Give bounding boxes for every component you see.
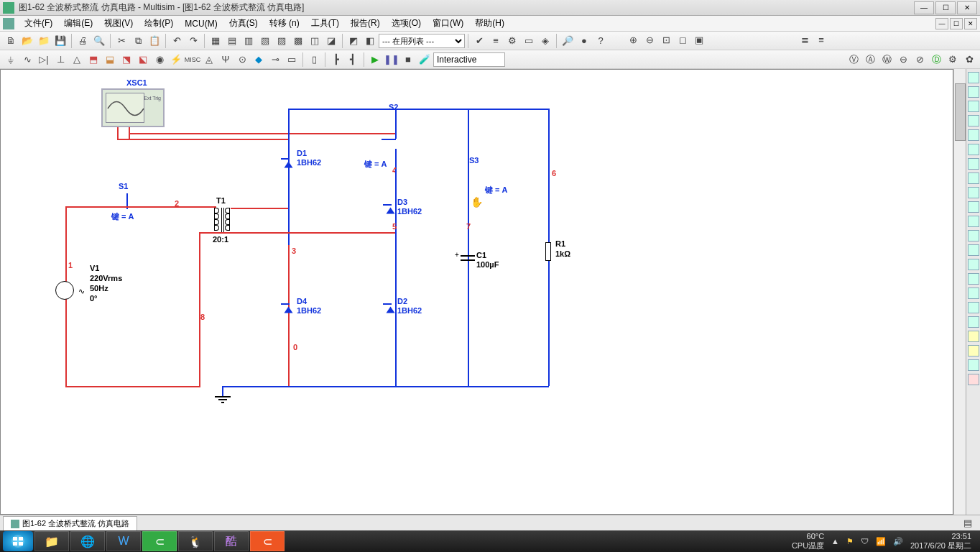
- minimize-button[interactable]: —: [914, 1, 934, 14]
- redo-button[interactable]: ↷: [185, 33, 201, 49]
- mcu-icon[interactable]: ▭: [284, 52, 300, 68]
- back-annotate-button[interactable]: ◫: [307, 33, 323, 49]
- menu-window[interactable]: 窗口(W): [427, 16, 469, 31]
- ie-taskbtn[interactable]: 🌐: [70, 531, 105, 551]
- 4ch-scope-icon[interactable]: [968, 129, 979, 141]
- misc-digital-icon[interactable]: ⬔: [119, 52, 134, 68]
- indicator-icon[interactable]: ◉: [152, 52, 167, 68]
- cmos-icon[interactable]: ⬓: [102, 52, 118, 68]
- agilent-scope-icon[interactable]: [968, 302, 979, 313]
- print-button[interactable]: 🖨: [75, 33, 91, 49]
- menu-view[interactable]: 视图(V): [98, 16, 139, 31]
- component-wizard-button[interactable]: ⚙: [504, 33, 520, 49]
- probe-a-icon[interactable]: Ⓐ: [862, 52, 878, 68]
- resistor-r1[interactable]: [545, 242, 551, 261]
- power-icon[interactable]: ⚡: [168, 52, 184, 68]
- probe-v-icon[interactable]: Ⓥ: [846, 52, 861, 68]
- paste-button[interactable]: 📋: [147, 33, 162, 49]
- agilent-mm-icon[interactable]: [968, 288, 979, 299]
- hierarchy-icon[interactable]: ▯: [306, 52, 322, 68]
- help-button[interactable]: ?: [593, 33, 609, 49]
- labview-2-icon[interactable]: [968, 345, 979, 356]
- source-v1[interactable]: [55, 281, 74, 300]
- goto-button[interactable]: ●: [576, 33, 592, 49]
- analog-icon[interactable]: △: [69, 52, 85, 68]
- explorer-taskbtn[interactable]: 📁: [34, 531, 69, 551]
- probe-red-icon[interactable]: [968, 374, 979, 385]
- menu-tools[interactable]: 工具(T): [305, 16, 345, 31]
- clock-time[interactable]: 23:51: [951, 532, 971, 541]
- probe-options-icon[interactable]: ✿: [961, 52, 977, 68]
- start-button[interactable]: [3, 531, 33, 551]
- menu-transfer[interactable]: 转移 (n): [264, 16, 305, 31]
- layout-2-button[interactable]: ≡: [813, 32, 829, 47]
- create-ultiboard-button[interactable]: ◩: [346, 33, 361, 49]
- distortion-icon[interactable]: [968, 230, 979, 242]
- zoom-fit-button[interactable]: ◻: [675, 32, 690, 47]
- mcu-wizard-button[interactable]: ◧: [362, 33, 378, 49]
- in-use-list-select[interactable]: --- 在用列表 ---: [379, 34, 465, 48]
- zoom-area-button[interactable]: ⊡: [658, 32, 674, 47]
- undo-button[interactable]: ↶: [169, 33, 185, 49]
- tek-scope-icon[interactable]: [968, 316, 979, 328]
- tray-network-icon[interactable]: 📶: [876, 537, 886, 546]
- electromech-icon[interactable]: ⊙: [234, 52, 250, 68]
- wattmeter-icon[interactable]: [968, 101, 979, 112]
- find-button[interactable]: 🔎: [560, 33, 575, 49]
- network-icon[interactable]: [968, 259, 979, 270]
- ni-icon[interactable]: ◆: [251, 52, 267, 68]
- open-sample-button[interactable]: 📁: [36, 33, 52, 49]
- schematic-canvas[interactable]: XSC1 Ext Trig S2: [0, 69, 953, 515]
- run-button[interactable]: ▶: [367, 52, 383, 68]
- mixed-icon[interactable]: ⬕: [135, 52, 151, 68]
- close-button[interactable]: ✕: [957, 1, 977, 14]
- mdi-minimize-button[interactable]: —: [935, 18, 948, 29]
- word-gen-icon[interactable]: [968, 172, 979, 184]
- menu-simulate[interactable]: 仿真(S): [223, 16, 264, 31]
- stop-button[interactable]: ■: [400, 52, 416, 68]
- tray-up-icon[interactable]: ▲: [831, 537, 839, 546]
- menu-mcu[interactable]: MCU(M): [179, 17, 223, 30]
- probe-d-icon[interactable]: Ⓓ: [928, 52, 944, 68]
- probe-diff-icon[interactable]: ⊖: [895, 52, 911, 68]
- database-button[interactable]: ▭: [521, 33, 537, 49]
- labview-1-icon[interactable]: [968, 331, 979, 342]
- analysis-icon[interactable]: 🧪: [417, 52, 433, 68]
- design-toolbox-button[interactable]: ▦: [208, 33, 223, 49]
- current-clamp-icon[interactable]: [968, 359, 979, 371]
- resistor-icon[interactable]: ∿: [19, 52, 35, 68]
- mdi-restore-button[interactable]: ☐: [950, 18, 963, 29]
- zoom-in-button[interactable]: ⊕: [625, 32, 641, 47]
- connector-icon[interactable]: ⊸: [267, 52, 283, 68]
- ttl-icon[interactable]: ⬒: [85, 52, 101, 68]
- zoom-out-button[interactable]: ⊖: [642, 32, 657, 47]
- word-taskbtn[interactable]: W: [106, 531, 141, 551]
- diode-icon[interactable]: ▷|: [36, 52, 52, 68]
- freq-counter-icon[interactable]: [968, 158, 979, 170]
- tray-shield-icon[interactable]: 🛡: [861, 537, 869, 546]
- db-manager-button[interactable]: ▥: [241, 33, 256, 49]
- variant-button[interactable]: ◈: [537, 33, 553, 49]
- logic-analyzer-icon[interactable]: [968, 187, 979, 198]
- oscilloscope-xsc1[interactable]: Ext Trig: [101, 88, 165, 127]
- advanced-icon[interactable]: ◬: [201, 52, 217, 68]
- copy-button[interactable]: ⧉: [130, 33, 146, 49]
- menu-options[interactable]: 选项(O): [386, 16, 427, 31]
- multimeter-icon[interactable]: [968, 72, 979, 83]
- app2-taskbtn[interactable]: 酷: [214, 531, 249, 551]
- maximize-button[interactable]: ☐: [935, 1, 956, 14]
- tabbar-close-icon[interactable]: ▤: [960, 515, 976, 530]
- postproc-button[interactable]: ▨: [274, 33, 290, 49]
- agilent-fg-icon[interactable]: [968, 273, 979, 285]
- bus-icon[interactable]: ┣: [328, 52, 344, 68]
- transistor-icon[interactable]: ⊥: [52, 52, 68, 68]
- new-button[interactable]: 🗎: [3, 33, 19, 49]
- pause-button[interactable]: ❚❚: [384, 52, 399, 68]
- cut-button[interactable]: ✂: [114, 33, 129, 49]
- ground-icon[interactable]: ⏚: [3, 52, 19, 68]
- menu-file[interactable]: 文件(F): [19, 16, 58, 31]
- misc-icon[interactable]: MISC: [185, 52, 200, 68]
- simulation-mode-input[interactable]: [433, 52, 505, 67]
- menu-help[interactable]: 帮助(H): [469, 16, 510, 31]
- document-tab[interactable]: 图1-62 全波桥式整流 仿真电路: [3, 516, 137, 530]
